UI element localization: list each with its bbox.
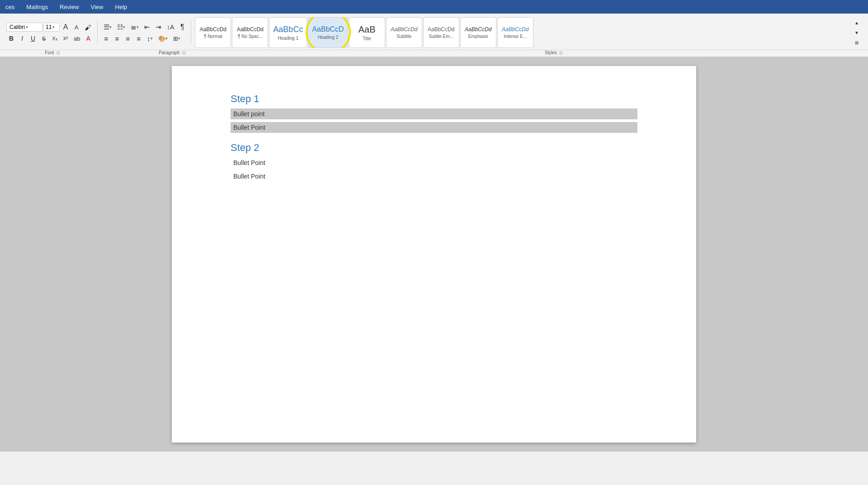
style-nospace[interactable]: AaBbCcDd ¶ No Spac... [232, 17, 268, 48]
paragraph-expand-icon[interactable]: ⊡ [182, 51, 186, 55]
menu-item-mailings[interactable]: Mailings [24, 3, 50, 11]
menu-item-help[interactable]: Help [113, 3, 129, 11]
align-right-btn[interactable]: ≡ [123, 33, 133, 44]
document-page[interactable]: Step 1 Bullet point Bullet Point Step 2 … [172, 66, 696, 443]
borders-btn[interactable]: ⊞▾ [171, 34, 183, 43]
menu-item-ces[interactable]: ces [4, 3, 16, 11]
shrink-font-btn[interactable]: A [71, 23, 81, 32]
document-container: Step 1 Bullet point Bullet Point Step 2 … [0, 57, 868, 452]
style-heading2-wrapper: AaBbCcD Heading 2 [308, 17, 348, 48]
step2-bullet2[interactable]: Bullet Point [231, 171, 637, 182]
grow-font-btn[interactable]: A [61, 22, 71, 33]
increase-indent-btn[interactable]: ⇥ [153, 22, 164, 33]
ribbon-labels-row: Font ⊡ Paragraph ⊡ Styles ⊡ [0, 50, 868, 57]
step1-heading[interactable]: Step 1 [231, 93, 637, 105]
multilevel-btn[interactable]: ≣▾ [128, 22, 141, 33]
ribbon-top-row: Calibri▾ 11▾ A A 🖌 B I U S̶ X₂ X² ab [0, 14, 868, 50]
style-heading2[interactable]: AaBbCcD Heading 2 [308, 17, 348, 48]
menu-item-review[interactable]: Review [58, 3, 81, 11]
pilcrow-btn[interactable]: ¶ [177, 22, 187, 33]
styles-row: AaBbCcDd ¶ Normal AaBbCcDd ¶ No Spac... … [195, 17, 849, 48]
step1-bullet2[interactable]: Bullet Point [231, 122, 637, 133]
styles-scroll-up[interactable]: ▲ [852, 18, 862, 27]
paragraph-section-label: Paragraph [159, 50, 180, 55]
line-spacing-btn[interactable]: ↕▾ [145, 33, 155, 44]
font-size-dropdown[interactable]: 11▾ [43, 23, 60, 32]
font-name-dropdown[interactable]: Calibri▾ [6, 23, 42, 32]
step1-bullet1[interactable]: Bullet point [231, 108, 637, 119]
format-painter-btn[interactable]: 🖌 [82, 22, 94, 33]
styles-scroll-controls: ▲ ▼ ⊞ [852, 18, 862, 47]
ribbon: Calibri▾ 11▾ A A 🖌 B I U S̶ X₂ X² ab [0, 14, 868, 57]
justify-btn[interactable]: ≡ [134, 33, 144, 44]
highlight-btn[interactable]: ab [71, 34, 82, 43]
style-normal[interactable]: AaBbCcDd ¶ Normal [195, 17, 231, 48]
bold-btn[interactable]: B [6, 33, 16, 43]
align-left-btn[interactable]: ≡ [101, 33, 111, 44]
italic-btn[interactable]: I [17, 33, 27, 43]
sort-btn[interactable]: ↕A [165, 22, 176, 32]
align-center-btn[interactable]: ≡ [112, 33, 122, 44]
step2-heading[interactable]: Step 2 [231, 142, 637, 154]
decrease-indent-btn[interactable]: ⇤ [142, 22, 152, 33]
style-intense-emphasis[interactable]: AaBbCcDd Intense E... [497, 17, 533, 48]
style-subtitle[interactable]: AaBbCcDd Subtitle [386, 17, 422, 48]
styles-expand-icon[interactable]: ⊡ [559, 51, 563, 55]
subscript-btn[interactable]: X₂ [50, 34, 60, 43]
menu-bar: ces Mailings Review View Help [0, 0, 868, 14]
underline-btn[interactable]: U [28, 33, 38, 43]
style-heading1[interactable]: AaBbCc Heading 1 [269, 17, 307, 48]
font-expand-icon[interactable]: ⊡ [57, 51, 60, 55]
font-section-label: Font [45, 50, 54, 55]
style-title[interactable]: AaB Title [349, 17, 385, 48]
font-color-btn[interactable]: A [83, 33, 93, 43]
superscript-btn[interactable]: X² [61, 34, 71, 42]
style-emphasis[interactable]: AaBbCcDd Emphasis [460, 17, 496, 48]
styles-expand[interactable]: ⊞ [852, 38, 862, 47]
strikethrough-btn[interactable]: S̶ [39, 34, 49, 43]
step2-bullet1[interactable]: Bullet Point [231, 157, 637, 168]
style-subtle-emphasis[interactable]: AaBbCcDd Subtle Em... [423, 17, 459, 48]
styles-section-label: Styles [545, 50, 557, 55]
shading-btn[interactable]: 🎨▾ [156, 34, 170, 43]
styles-scroll-down[interactable]: ▼ [852, 28, 862, 37]
bullets-btn[interactable]: ☰▾ [101, 22, 114, 33]
numbering-btn[interactable]: ☷▾ [115, 22, 127, 33]
styles-section: AaBbCcDd ¶ Normal AaBbCcDd ¶ No Spac... … [191, 15, 865, 50]
menu-item-view[interactable]: View [89, 3, 105, 11]
